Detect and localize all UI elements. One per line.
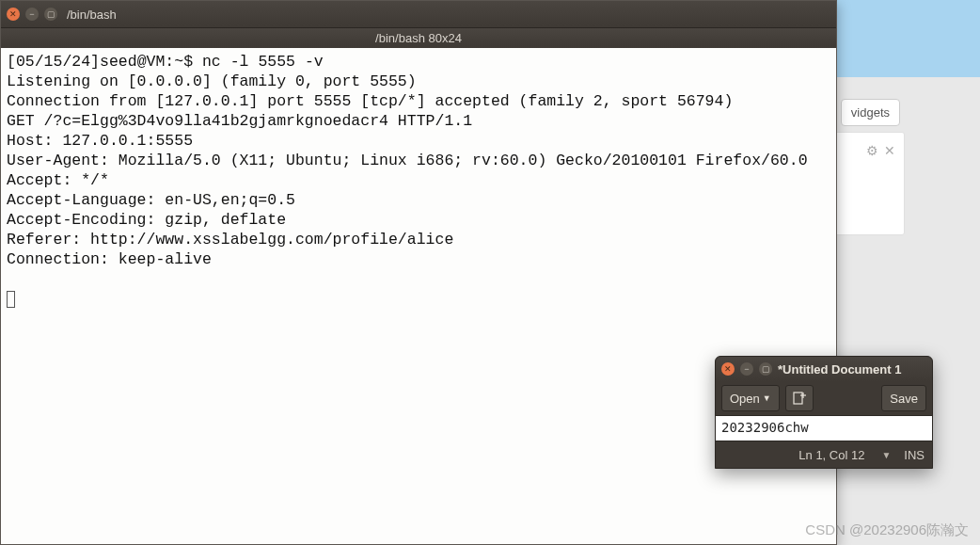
prompt-timestamp: [05/15/24] <box>7 53 100 71</box>
gear-icon[interactable]: ⚙ <box>866 143 878 158</box>
terminal-output-line: Host: 127.0.0.1:5555 <box>7 132 193 150</box>
terminal-output-line: Connection: keep-alive <box>7 250 212 268</box>
save-button-label: Save <box>890 392 918 406</box>
terminal-output-line: GET /?c=Elgg%3D4vo9lla41b2gjamrkgnoedacr… <box>7 112 472 130</box>
terminal-body[interactable]: [05/15/24]seed@VM:~$ nc -l 5555 -v Liste… <box>1 48 836 544</box>
new-document-icon <box>793 392 806 405</box>
terminal-title: /bin/bash <box>67 8 117 22</box>
terminal-output-line: User-Agent: Mozilla/5.0 (X11; Ubuntu; Li… <box>7 152 808 169</box>
cursor-position: Ln 1, Col 12 <box>798 448 864 462</box>
insert-mode: INS <box>904 448 925 462</box>
tab-width-dropdown-icon[interactable]: ▼ <box>881 450 891 460</box>
terminal-output-line: Listening on [0.0.0.0] (family 0, port 5… <box>7 72 417 90</box>
terminal-output-line: Referer: http://www.xsslabelgg.com/profi… <box>7 231 453 248</box>
terminal-window: ✕ − ▢ /bin/bash /bin/bash 80x24 [05/15/2… <box>0 0 837 545</box>
window-maximize-button[interactable]: ▢ <box>44 8 57 21</box>
terminal-titlebar[interactable]: ✕ − ▢ /bin/bash <box>1 1 836 27</box>
window-close-button[interactable]: ✕ <box>7 8 20 21</box>
gedit-statusbar: Ln 1, Col 12 ▼ INS <box>716 441 932 468</box>
terminal-cursor <box>7 291 15 308</box>
gedit-close-button[interactable]: ✕ <box>721 362 735 376</box>
gedit-title: *Untitled Document 1 <box>778 362 926 377</box>
open-button-label: Open <box>730 392 760 406</box>
terminal-output-line: Accept-Encoding: gzip, deflate <box>7 211 286 229</box>
widgets-button[interactable]: vidgets <box>841 99 900 126</box>
new-tab-button[interactable] <box>785 385 814 411</box>
save-button[interactable]: Save <box>881 385 926 411</box>
chevron-down-icon: ▼ <box>763 393 771 403</box>
window-minimize-button[interactable]: − <box>25 8 39 21</box>
terminal-output-line: Connection from [127.0.0.1] port 5555 [t… <box>7 92 733 110</box>
terminal-subtitle: /bin/bash 80x24 <box>1 27 836 48</box>
close-icon[interactable]: ✕ <box>884 143 895 158</box>
gedit-titlebar[interactable]: ✕ − ▢ *Untitled Document 1 <box>716 357 932 381</box>
svg-rect-0 <box>794 393 802 404</box>
gedit-maximize-button[interactable]: ▢ <box>759 362 772 376</box>
prompt-userhost: seed@VM <box>100 53 165 71</box>
gedit-window-controls: ✕ − ▢ <box>721 362 772 376</box>
gedit-minimize-button[interactable]: − <box>740 362 753 376</box>
terminal-command: nc -l 5555 -v <box>202 53 324 71</box>
terminal-output-line: Accept-Language: en-US,en;q=0.5 <box>7 191 295 209</box>
window-controls: ✕ − ▢ <box>7 8 57 21</box>
terminal-output-line: Accept: */* <box>7 171 109 189</box>
gedit-window: ✕ − ▢ *Untitled Document 1 Open ▼ Save 2… <box>715 356 933 469</box>
gedit-toolbar: Open ▼ Save <box>716 381 932 415</box>
prompt-symbol: $ <box>183 53 193 71</box>
background-toolbar-icons: ⚙ ✕ <box>866 143 895 158</box>
gedit-text-editor[interactable]: 20232906chw <box>716 415 932 441</box>
prompt-path: ~ <box>174 53 183 71</box>
open-button[interactable]: Open ▼ <box>721 385 780 411</box>
